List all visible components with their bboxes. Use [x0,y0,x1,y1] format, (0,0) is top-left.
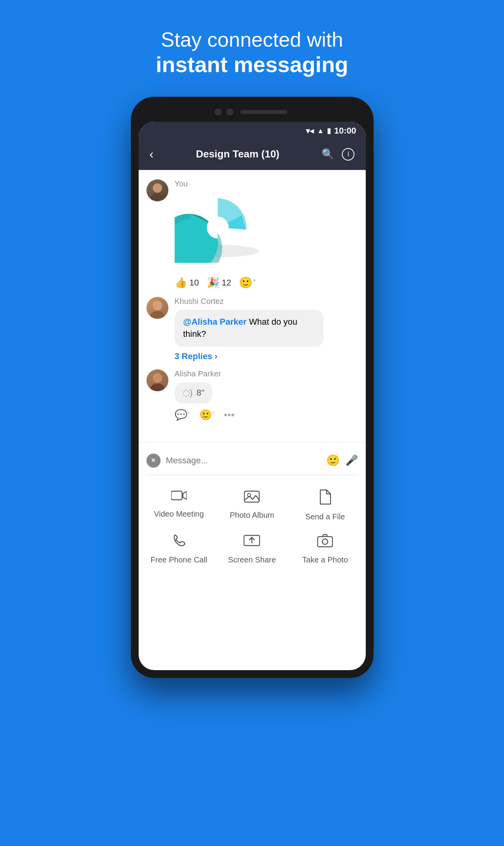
message-row-alisha: Alisha Parker ◌) 8" 💬+ 🙂+ ••• [146,369,358,421]
phone-top-bar [139,105,366,122]
message-input-row: × 🙂 🎤 [139,446,366,475]
svg-point-5 [150,311,164,319]
video-meeting-icon [171,489,187,506]
action-video-meeting[interactable]: Video Meeting [143,483,216,528]
add-reaction-button[interactable]: 🙂+ [239,276,256,289]
take-photo-label: Take a Photo [302,555,348,564]
thumbs-up-emoji: 👍 [175,277,187,289]
headline-line2: instant messaging [156,52,349,77]
headline-area: Stay connected with instant messaging [140,0,364,97]
second-camera-dot [226,108,233,116]
search-icon[interactable]: 🔍 [322,148,334,160]
action-grid: Video Meeting Photo Album [139,475,366,575]
send-file-label: Send a File [305,512,345,521]
sender-khushi: Khushi Cortez [175,297,358,306]
reaction-party[interactable]: 🎉 12 [207,277,231,289]
reply-action-button[interactable]: 💬+ [175,409,190,421]
status-icons: ▾◂ ▲ ▮ 10:00 [306,126,356,136]
chat-area: You [139,170,366,438]
action-screen-share[interactable]: Screen Share [215,528,289,571]
reactions: 👍 10 🎉 12 🙂+ [175,276,358,289]
message-row-you: You [146,179,358,289]
message-actions: 💬+ 🙂+ ••• [175,409,358,421]
microphone-button[interactable]: 🎤 [345,454,358,466]
replies-arrow: › [215,351,217,362]
send-file-icon [319,489,331,508]
svg-rect-8 [171,491,182,500]
nav-bar: ‹ Design Team (10) 🔍 i [139,140,366,170]
sender-alisha: Alisha Parker [175,369,358,378]
nav-actions: 🔍 i [322,148,354,161]
replies-count: 3 Replies [175,351,213,362]
input-divider [139,442,366,443]
status-bar: ▾◂ ▲ ▮ 10:00 [139,122,366,140]
reaction-thumbs-up[interactable]: 👍 10 [175,277,199,289]
free-phone-call-label: Free Phone Call [151,555,208,564]
signal-icon: ▲ [317,127,324,135]
chart-container [175,192,269,271]
avatar-alisha [146,369,168,391]
message-content-khushi: Khushi Cortez @Alisha Parker What do you… [175,297,358,362]
info-button[interactable]: i [342,148,354,161]
photo-album-icon [244,489,260,507]
take-photo-icon [317,534,333,551]
clear-button[interactable]: × [146,454,161,468]
action-send-file[interactable]: Send a File [289,483,362,528]
svg-marker-9 [183,492,187,499]
party-count: 12 [222,278,231,288]
chat-title: Design Team (10) [196,148,279,160]
svg-point-1 [150,193,164,201]
phone-call-icon [172,534,186,551]
action-take-photo[interactable]: Take a Photo [289,528,362,571]
svg-point-15 [322,539,328,544]
camera-dot [215,108,222,116]
svg-point-0 [153,183,162,193]
phone-screen: ▾◂ ▲ ▮ 10:00 ‹ Design Team (10) 🔍 i [139,122,366,670]
screen-share-label: Screen Share [228,555,276,564]
mention-alisha: @Alisha Parker [183,317,247,327]
voice-wave-icon: ◌) [182,388,193,398]
replies-link[interactable]: 3 Replies › [175,351,358,362]
speaker-bar [240,110,287,114]
more-actions-button[interactable]: ••• [224,409,235,421]
headline-line1: Stay connected with [156,27,349,52]
emoji-picker-button[interactable]: 🙂 [326,454,340,467]
photo-album-label: Photo Album [230,511,274,520]
video-meeting-label: Video Meeting [154,510,204,519]
react-action-button[interactable]: 🙂+ [199,409,215,421]
message-input[interactable] [166,456,321,466]
sender-you: You [175,179,358,188]
action-photo-album[interactable]: Photo Album [215,483,289,528]
wifi-icon: ▾◂ [306,126,314,136]
message-row-khushi: Khushi Cortez @Alisha Parker What do you… [146,297,358,362]
message-content-you: You [175,179,358,289]
phone-frame: ▾◂ ▲ ▮ 10:00 ‹ Design Team (10) 🔍 i [131,97,374,678]
voice-duration: 8" [197,388,204,398]
message-bubble-khushi: @Alisha Parker What do you think? [175,310,323,347]
thumbs-up-count: 10 [190,278,199,288]
battery-icon: ▮ [327,127,331,135]
action-free-phone-call[interactable]: Free Phone Call [143,528,216,571]
svg-point-4 [153,301,162,310]
pie-chart [175,192,261,263]
screen-share-icon [244,534,260,551]
avatar-khushi [146,297,168,319]
voice-bubble[interactable]: ◌) 8" [175,382,212,403]
clock: 10:00 [334,126,356,136]
svg-point-7 [150,383,164,391]
back-button[interactable]: ‹ [150,147,154,161]
info-icon-text: i [347,150,349,158]
party-emoji: 🎉 [207,277,219,289]
avatar-you [146,179,168,201]
message-content-alisha: Alisha Parker ◌) 8" 💬+ 🙂+ ••• [175,369,358,421]
svg-point-6 [153,373,162,383]
svg-rect-14 [318,537,332,547]
